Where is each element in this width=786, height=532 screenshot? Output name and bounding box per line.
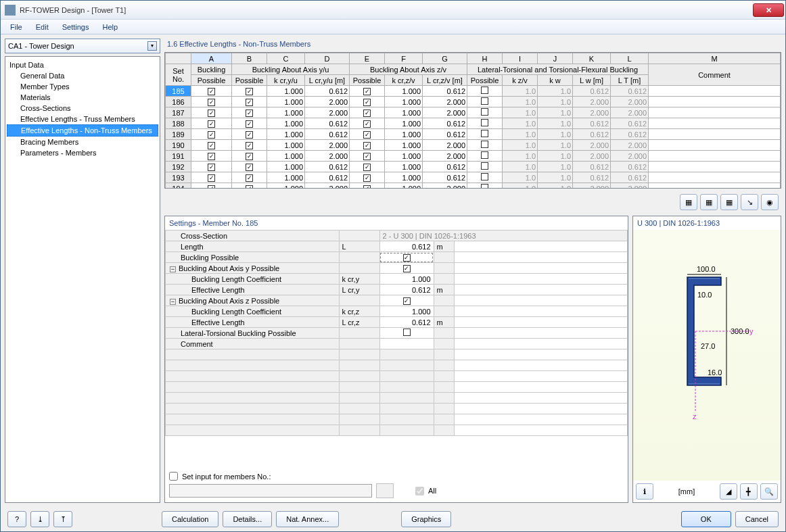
settings-row[interactable]: Lateral-Torsional Buckling Possible <box>166 328 628 339</box>
set-input-field[interactable] <box>169 484 372 498</box>
settings-row[interactable]: Comment <box>166 339 628 349</box>
ok-button[interactable]: OK <box>681 511 731 527</box>
settings-row[interactable]: Effective LengthL cr,z0.612m <box>166 317 628 328</box>
tool-btn-2[interactable]: ▦ <box>700 194 718 210</box>
app-icon <box>5 5 16 16</box>
menu-file[interactable]: File <box>3 22 29 32</box>
table-row[interactable]: 187✓✓1.0002.000✓1.0002.0001.01.02.0002.0… <box>166 107 781 118</box>
all-checkbox[interactable] <box>415 487 424 495</box>
preview-canvas: 100.0 300.0 10.0 27.0 16.0 y <box>633 230 781 481</box>
tree-item[interactable]: General Data <box>7 70 158 81</box>
svg-text:y: y <box>749 327 754 335</box>
cancel-button[interactable]: Cancel <box>735 511 779 527</box>
preview-btn-2[interactable]: ╋ <box>740 483 758 500</box>
preview-btn-3[interactable]: 🔍 <box>760 483 778 500</box>
grid-toolbar: ▦ ▦ ▦ ↘ ◉ <box>164 191 781 213</box>
settings-panel: Settings - Member No. 185 Cross-Section2… <box>164 216 628 503</box>
tree-item[interactable]: Effective Lengths - Non-Truss Members <box>7 124 158 137</box>
tree-item[interactable]: Cross-Sections <box>7 103 158 114</box>
details-button[interactable]: Details... <box>223 511 272 527</box>
settings-row[interactable]: Buckling Length Coefficientk cr,z1.000 <box>166 306 628 317</box>
preview-title: U 300 | DIN 1026-1:1963 <box>633 216 781 230</box>
svg-text:100.0: 100.0 <box>697 265 716 273</box>
nav-tree[interactable]: Input Data General DataMember TypesMater… <box>5 56 160 503</box>
settings-row[interactable]: Cross-Section2 - U 300 | DIN 1026-1:1963 <box>166 231 628 241</box>
main-grid[interactable]: ABCDEFGHIJKLM Set No. Buckling Buckling … <box>164 52 781 189</box>
section-title: 1.6 Effective Lengths - Non-Truss Member… <box>164 39 781 49</box>
tree-item[interactable]: Member Types <box>7 81 158 92</box>
tool-btn-4[interactable]: ↘ <box>741 194 758 210</box>
preview-unit: [mm] <box>678 487 695 495</box>
settings-row[interactable]: Effective LengthL cr,y0.612m <box>166 285 628 295</box>
tree-root[interactable]: Input Data <box>7 59 158 70</box>
set-input-label: Set input for members No.: <box>182 473 271 481</box>
menu-edit[interactable]: Edit <box>29 22 55 32</box>
tree-item[interactable]: Effective Lengths - Truss Members <box>7 114 158 124</box>
all-label: All <box>428 487 436 495</box>
table-row[interactable]: 194✓✓1.0002.000✓1.0002.0001.01.02.0002.0… <box>166 183 781 189</box>
settings-row[interactable]: −Buckling About Axis y Possible✓ <box>166 263 628 274</box>
calculation-button[interactable]: Calculation <box>162 511 218 527</box>
svg-text:16.0: 16.0 <box>708 368 722 377</box>
menubar: File Edit Settings Help <box>1 20 785 34</box>
pick-members-button[interactable] <box>376 483 394 498</box>
settings-title: Settings - Member No. 185 <box>165 216 628 230</box>
info-button[interactable]: ℹ <box>636 483 653 500</box>
table-row[interactable]: 186✓✓1.0002.000✓1.0002.0001.01.02.0002.0… <box>166 97 781 107</box>
tree-item[interactable]: Materials <box>7 92 158 103</box>
cross-section-svg: 100.0 300.0 10.0 27.0 16.0 y <box>647 257 768 419</box>
menu-settings[interactable]: Settings <box>55 22 96 32</box>
table-row[interactable]: 192✓✓1.0000.612✓1.0000.6121.01.00.6120.6… <box>166 162 781 172</box>
table-row[interactable]: 185✓✓1.0000.612✓1.0000.6121.01.00.6120.6… <box>166 86 781 97</box>
titlebar: RF-TOWER Design - [Tower T1] ✕ <box>1 1 785 20</box>
svg-text:z: z <box>693 412 697 419</box>
tree-item[interactable]: Parameters - Members <box>7 147 158 158</box>
svg-text:27.0: 27.0 <box>701 342 715 350</box>
table-row[interactable]: 191✓✓1.0002.000✓1.0002.0001.01.02.0002.0… <box>166 151 781 162</box>
help-button[interactable]: ? <box>7 511 26 527</box>
preview-btn-1[interactable]: ◢ <box>720 483 737 500</box>
nat-annex-button[interactable]: Nat. Annex... <box>276 511 339 527</box>
table-row[interactable]: 189✓✓1.0000.612✓1.0000.6121.01.00.6120.6… <box>166 129 781 140</box>
case-combo[interactable]: CA1 - Tower Design ▾ <box>5 39 160 53</box>
import-button[interactable]: ⤓ <box>30 511 49 527</box>
table-row[interactable]: 188✓✓1.0000.612✓1.0000.6121.01.00.6120.6… <box>166 118 781 129</box>
export-button[interactable]: ⤒ <box>53 511 72 527</box>
settings-row[interactable]: Buckling Possible✓ <box>166 252 628 263</box>
settings-row[interactable]: LengthL0.612m <box>166 241 628 252</box>
tool-btn-5[interactable]: ◉ <box>761 194 779 210</box>
chevron-down-icon: ▾ <box>147 41 157 51</box>
menu-help[interactable]: Help <box>95 22 124 32</box>
button-bar: ? ⤓ ⤒ Calculation Details... Nat. Annex.… <box>1 507 785 531</box>
case-combo-value: CA1 - Tower Design <box>8 42 74 50</box>
set-input-checkbox[interactable] <box>169 472 178 481</box>
tool-btn-3[interactable]: ▦ <box>720 194 738 210</box>
tree-item[interactable]: Bracing Members <box>7 137 158 147</box>
svg-text:10.0: 10.0 <box>697 291 712 299</box>
graphics-button[interactable]: Graphics <box>401 511 451 527</box>
table-row[interactable]: 193✓✓1.0000.612✓1.0000.6121.01.00.6120.6… <box>166 172 781 183</box>
settings-row[interactable]: Buckling Length Coefficientk cr,y1.000 <box>166 274 628 285</box>
window-title: RF-TOWER Design - [Tower T1] <box>20 6 753 14</box>
close-button[interactable]: ✕ <box>753 3 784 17</box>
table-row[interactable]: 190✓✓1.0002.000✓1.0002.0001.01.02.0002.0… <box>166 140 781 151</box>
settings-row[interactable]: −Buckling About Axis z Possible✓ <box>166 295 628 306</box>
cross-section-preview: U 300 | DIN 1026-1:1963 100.0 <box>632 216 781 503</box>
tool-btn-1[interactable]: ▦ <box>680 194 697 210</box>
